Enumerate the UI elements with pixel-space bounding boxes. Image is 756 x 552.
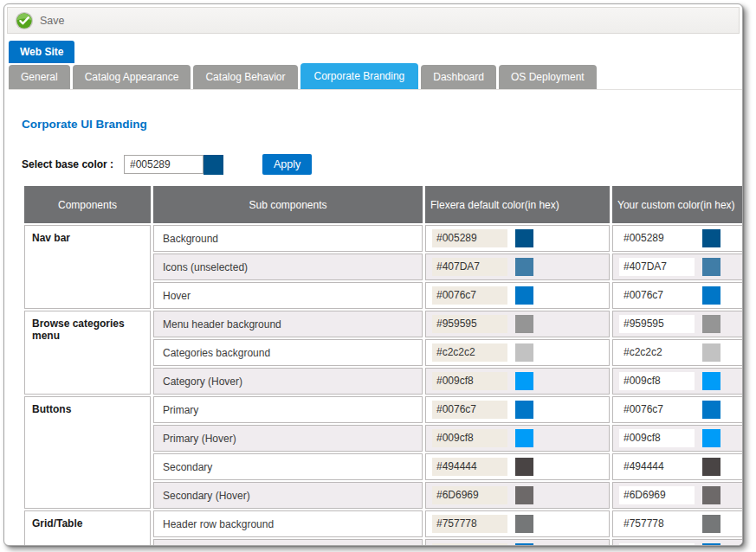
subcomponent-label: Primary [153, 396, 423, 423]
table-row: Buttons Primary #0076c7 [24, 396, 743, 423]
column-header-default-color: Flexera default color(in hex) [425, 186, 610, 223]
toolbar: Save [7, 7, 740, 34]
component-group-browse-categories: Browse categories menu [24, 311, 151, 395]
default-color-value: #757778 [432, 515, 507, 533]
custom-color-swatch[interactable] [702, 372, 720, 390]
tab-catalog-appearance[interactable]: Catalog Appearance [73, 65, 191, 89]
base-color-input[interactable] [124, 155, 204, 174]
subcomponent-label: Icons (unselected) [153, 254, 423, 280]
custom-color-input[interactable] [619, 429, 695, 447]
custom-color-swatch[interactable] [702, 258, 720, 276]
default-color-swatch [515, 543, 533, 546]
page-title: Corporate UI Branding [22, 118, 742, 131]
custom-color-input[interactable] [619, 315, 695, 333]
default-color-value: #6D6969 [432, 486, 507, 504]
default-color-swatch [515, 458, 533, 476]
tab-content: Corporate UI Branding Select base color … [4, 118, 742, 546]
default-color-value: #005289 [432, 229, 507, 247]
custom-color-swatch[interactable] [702, 458, 720, 476]
table-row: Nav bar Background #005289 [24, 225, 743, 252]
custom-color-input[interactable] [619, 458, 695, 476]
branding-table: Components Sub components Flexera defaul… [22, 184, 743, 546]
component-group-buttons: Buttons [24, 396, 151, 509]
tab-strip: General Catalog Appearance Catalog Behav… [9, 65, 742, 90]
custom-color-swatch[interactable] [702, 515, 720, 533]
default-color-swatch [515, 286, 533, 305]
custom-color-swatch[interactable] [702, 229, 720, 247]
subcomponent-label: Row selection background [153, 539, 423, 546]
base-color-swatch[interactable] [204, 155, 223, 175]
subcomponent-label: Background [153, 225, 423, 252]
save-button[interactable]: Save [15, 11, 65, 30]
base-color-row: Select base color : Apply [22, 154, 742, 175]
custom-color-input[interactable] [619, 372, 695, 390]
subcomponent-label: Categories background [153, 339, 423, 366]
column-header-custom-color: Your custom color(in hex) [612, 186, 743, 223]
default-color-swatch [515, 515, 533, 533]
subcomponent-label: Primary (Hover) [153, 425, 423, 452]
default-color-value: #494444 [432, 458, 507, 476]
custom-color-input[interactable] [619, 258, 695, 276]
default-color-swatch [515, 258, 533, 276]
default-color-value: #009cf8 [432, 429, 507, 447]
base-color-label: Select base color : [22, 158, 124, 170]
tab-catalog-behavior[interactable]: Catalog Behavior [193, 65, 297, 89]
custom-color-swatch[interactable] [702, 343, 720, 362]
default-color-swatch [515, 486, 533, 504]
custom-color-input[interactable] [619, 515, 695, 533]
tab-corporate-branding[interactable]: Corporate Branding [300, 63, 419, 89]
subcomponent-label: Category (Hover) [153, 368, 423, 395]
custom-color-input[interactable] [619, 286, 695, 305]
custom-color-swatch[interactable] [702, 315, 720, 333]
tab-general[interactable]: General [9, 65, 70, 89]
default-color-value: #c2c2c2 [432, 343, 507, 362]
custom-color-swatch[interactable] [702, 543, 720, 546]
default-color-swatch [515, 401, 533, 419]
default-color-value: #0076c7 [432, 401, 507, 419]
default-color-value: #959595 [432, 315, 507, 333]
save-button-label: Save [40, 15, 65, 27]
custom-color-input[interactable] [619, 229, 695, 247]
subcomponent-label: Menu header background [153, 311, 423, 337]
tab-web-site[interactable]: Web Site [9, 41, 74, 63]
default-color-swatch [515, 429, 533, 447]
subcomponent-label: Header row background [153, 510, 423, 537]
default-color-swatch [515, 372, 533, 390]
site-tab-row: Web Site [9, 41, 742, 62]
default-color-value: #009cf8 [432, 372, 507, 390]
subcomponent-label: Secondary (Hover) [153, 482, 423, 509]
custom-color-swatch[interactable] [702, 486, 720, 504]
default-color-value: #0076c7 [432, 286, 507, 305]
table-row: Browse categories menu Menu header backg… [24, 311, 743, 337]
tab-os-deployment[interactable]: OS Deployment [499, 65, 597, 89]
save-check-icon [15, 11, 34, 30]
subcomponent-label: Secondary [153, 453, 423, 480]
tab-dashboard[interactable]: Dashboard [421, 65, 496, 89]
subcomponent-label: Hover [153, 282, 423, 309]
custom-color-input[interactable] [619, 401, 695, 419]
column-header-subcomponents: Sub components [153, 186, 423, 223]
custom-color-input[interactable] [619, 543, 695, 546]
custom-color-swatch[interactable] [702, 401, 720, 419]
custom-color-input[interactable] [619, 343, 695, 362]
column-header-components: Components [24, 186, 151, 223]
custom-color-swatch[interactable] [702, 286, 720, 305]
table-row: Grid/Table Header row background #757778 [24, 510, 743, 537]
custom-color-input[interactable] [619, 486, 695, 504]
default-color-value: #407DA7 [432, 258, 507, 276]
custom-color-swatch[interactable] [702, 429, 720, 447]
component-group-grid-table: Grid/Table [24, 510, 151, 546]
settings-window: Save Web Site General Catalog Appearance… [3, 3, 743, 546]
component-group-nav-bar: Nav bar [24, 225, 151, 309]
apply-button[interactable]: Apply [262, 154, 312, 175]
default-color-value: #0076c7 [432, 543, 507, 546]
default-color-swatch [515, 315, 533, 333]
default-color-swatch [515, 229, 533, 247]
default-color-swatch [515, 343, 533, 362]
